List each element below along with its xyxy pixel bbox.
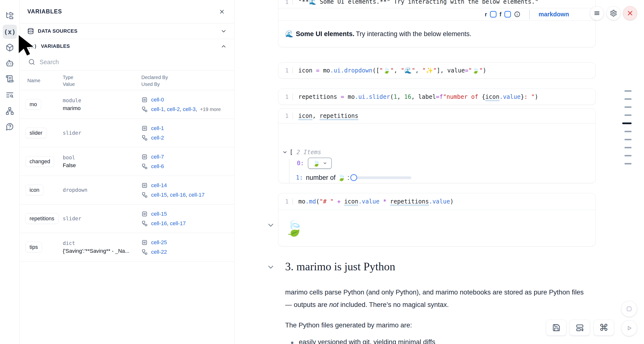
rail-item-dependencies[interactable] xyxy=(3,104,17,118)
cell-link[interactable]: cell-15 xyxy=(151,211,167,217)
output-bold-text: Some UI elements. xyxy=(296,30,354,38)
rail-item-file-tree[interactable] xyxy=(3,8,17,23)
more-cells-label[interactable]: +19 more xyxy=(200,107,221,112)
cell-marker[interactable] xyxy=(624,106,632,108)
section-label: VARIABLES xyxy=(41,43,70,49)
raw-toggle-label: r xyxy=(485,11,487,18)
dropdown-control[interactable]: 🍃 xyxy=(308,158,332,169)
info-button[interactable] xyxy=(514,11,520,17)
markdown-output: 🌊 Some UI elements. Try interacting with… xyxy=(278,20,596,47)
search-input[interactable] xyxy=(40,58,226,66)
variable-type-value: slider xyxy=(63,204,81,233)
cell-link[interactable]: cell-6 xyxy=(151,163,164,169)
panel-close-button[interactable] xyxy=(217,7,227,16)
rail-item-packages[interactable] xyxy=(3,40,17,55)
shutdown-button[interactable] xyxy=(623,6,637,20)
rail-item-logs[interactable] xyxy=(3,88,17,102)
section-data-sources[interactable]: DATA SOURCES xyxy=(20,23,234,39)
item-index: 1: xyxy=(296,174,303,181)
code-line[interactable]: icon, repetitions xyxy=(292,112,596,119)
section-variables[interactable]: (x) VARIABLES xyxy=(20,39,234,53)
cell-link[interactable]: cell-16 xyxy=(151,220,167,226)
cell-link[interactable]: cell-25 xyxy=(151,239,167,245)
cell-marker[interactable] xyxy=(624,98,632,100)
cell-document-icon xyxy=(141,182,148,189)
chevron-down-icon xyxy=(220,28,227,34)
variable-name-pill[interactable]: tips xyxy=(26,242,42,253)
variable-value: marimo xyxy=(63,105,81,111)
cell-link[interactable]: cell-3 xyxy=(183,106,196,112)
code-editor: 1 icon, repetitions xyxy=(278,109,596,123)
cell-marker[interactable] xyxy=(624,155,632,156)
rail-item-help[interactable] xyxy=(3,120,17,134)
declared-by-line: cell-15 xyxy=(141,211,186,217)
code-line[interactable]: icon = mo.ui.dropdown(["🍃", "🌊", "✨"], v… xyxy=(292,67,596,74)
collapse-chevron[interactable] xyxy=(266,263,275,271)
cell-marker[interactable] xyxy=(624,90,632,92)
code-line[interactable]: mo.md("# " + icon.value * repetitions.va… xyxy=(292,198,596,205)
info-icon xyxy=(514,11,520,17)
raw-toggle-checkbox[interactable] xyxy=(490,11,496,17)
stop-button[interactable] xyxy=(621,301,637,317)
tuple-output-tree: [ 2 Items 0: 🍃 1: number of 🍃 : ] xyxy=(278,123,596,183)
cell-link[interactable]: cell-17 xyxy=(170,220,186,226)
slider-track[interactable] xyxy=(350,176,411,179)
variable-name-pill[interactable]: slider xyxy=(26,128,47,138)
variable-name-pill[interactable]: mo xyxy=(26,99,41,110)
cell-link[interactable]: cell-7 xyxy=(151,154,164,160)
settings-button[interactable] xyxy=(606,6,620,20)
robot-icon xyxy=(6,59,14,67)
layout-toggle-button[interactable] xyxy=(569,320,590,336)
run-button[interactable] xyxy=(621,320,637,336)
cell-link[interactable]: cell-1 xyxy=(151,125,164,131)
cell-link[interactable]: cell-17 xyxy=(189,192,204,198)
collapse-chevron[interactable] xyxy=(266,221,275,229)
comma: , xyxy=(186,192,189,198)
file-tree-icon xyxy=(6,11,14,20)
cell-link[interactable]: cell-1 xyxy=(151,106,164,112)
rail-item-variables[interactable]: (x) xyxy=(3,25,17,39)
cell-marker[interactable] xyxy=(622,122,632,124)
language-toggle[interactable]: markdown xyxy=(538,11,569,18)
open-bracket: [ xyxy=(290,149,293,156)
keyboard-shortcuts-button[interactable]: ⌘ xyxy=(594,320,614,336)
variable-references: cell-14 cell-15, cell-16, cell-17 xyxy=(141,176,204,204)
chevron-up-icon xyxy=(220,43,227,49)
cell-link[interactable]: cell-16 xyxy=(170,192,186,198)
table-row: mo module marimo cell-0 cell-1, cell-2, … xyxy=(20,90,234,119)
save-icon xyxy=(552,324,560,332)
comma: , xyxy=(167,220,170,226)
variable-name-pill[interactable]: changed xyxy=(26,156,54,167)
cell-marker[interactable] xyxy=(624,163,632,164)
cell-link[interactable]: cell-2 xyxy=(167,106,180,112)
cell-marker[interactable] xyxy=(624,147,632,148)
variable-value: False xyxy=(63,162,76,169)
cell-link[interactable]: cell-2 xyxy=(151,135,164,141)
slider-label: number of 🍃 : xyxy=(306,174,349,182)
cell-link[interactable]: cell-15 xyxy=(151,192,167,198)
save-button[interactable] xyxy=(546,320,566,336)
variable-name-pill[interactable]: repetitions xyxy=(26,213,58,224)
slider-thumb[interactable] xyxy=(350,174,357,181)
fstring-toggle-checkbox[interactable] xyxy=(504,11,511,17)
cell-link[interactable]: cell-22 xyxy=(151,249,167,255)
slider-control[interactable] xyxy=(350,174,411,181)
variable-type: slider xyxy=(63,216,81,222)
notebook-menu-button[interactable] xyxy=(590,6,604,20)
used-by-line: cell-6 xyxy=(141,163,164,170)
cell-link[interactable]: cell-14 xyxy=(151,182,167,188)
variable-value: {'Saving':'**Saving** - _Na... xyxy=(63,248,130,254)
used-by-line: cell-22 xyxy=(141,249,167,255)
code-line[interactable]: "**🌊 Some UI elements.**" Try interactin… xyxy=(292,0,596,5)
rail-item-scratchpad[interactable] xyxy=(3,72,17,86)
cell-marker[interactable] xyxy=(624,139,632,140)
used-by-line: cell-15, cell-16, cell-17 xyxy=(141,192,204,198)
variable-name-pill[interactable]: icon xyxy=(26,185,44,195)
variables-table: mo module marimo cell-0 cell-1, cell-2, … xyxy=(20,90,234,262)
cell-marker[interactable] xyxy=(624,114,632,116)
cell-link[interactable]: cell-0 xyxy=(151,97,164,103)
chevron-down-icon[interactable] xyxy=(282,150,288,155)
rail-item-ai-assistant[interactable] xyxy=(3,56,17,70)
cell-marker[interactable] xyxy=(624,131,632,132)
code-line[interactable]: repetitions = mo.ui.slider(1, 16, label=… xyxy=(292,93,596,100)
